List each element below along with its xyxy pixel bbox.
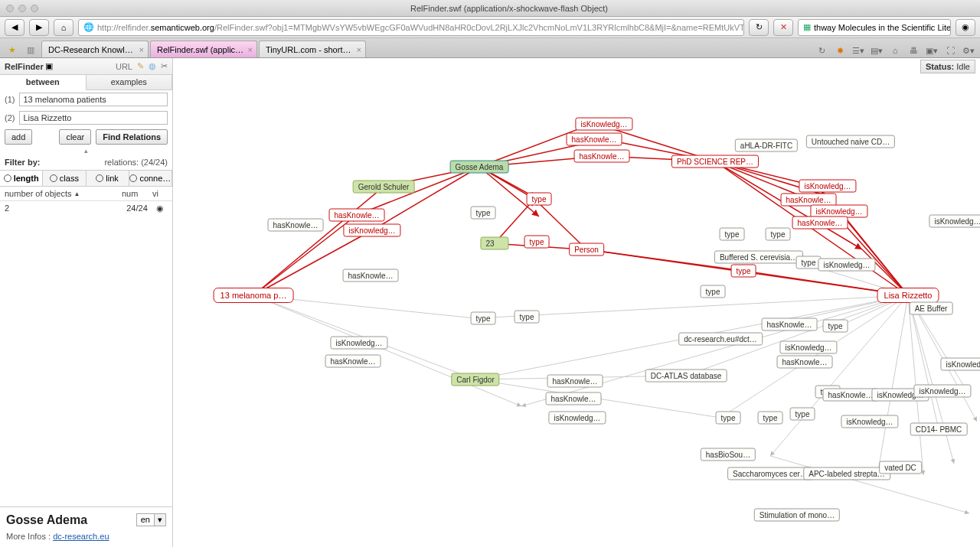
rel-isk-g[interactable]: isKnowledg…: [913, 385, 971, 398]
node-vatedDC[interactable]: vated DC: [879, 461, 922, 474]
rel-isk-g[interactable]: isKnowledg…: [818, 259, 875, 272]
rel-isk-g[interactable]: isKnowledg…: [779, 341, 837, 354]
rel-type-g[interactable]: type: [720, 228, 745, 241]
filter-tab-length[interactable]: length: [0, 171, 43, 186]
rel-type-g[interactable]: type: [766, 228, 791, 241]
rel-type-g[interactable]: type: [716, 412, 741, 425]
add-button[interactable]: add: [5, 129, 32, 145]
bookmark-menu-icon[interactable]: ★: [5, 42, 20, 57]
refresh-all-icon[interactable]: ↻: [815, 44, 828, 57]
query-input-2[interactable]: [19, 111, 168, 125]
language-selector[interactable]: en ▾: [136, 513, 166, 526]
rel-type[interactable]: type: [524, 236, 550, 249]
rel-hask[interactable]: hasKnowle…: [329, 209, 385, 222]
pencil-icon[interactable]: ✎: [137, 61, 144, 71]
rel-hask[interactable]: hasKnowle…: [792, 217, 848, 230]
node-person[interactable]: Person: [569, 243, 604, 256]
evernote-clip-button[interactable]: ◉: [956, 19, 975, 36]
rel-isk[interactable]: isKnowledg…: [575, 118, 632, 131]
close-icon[interactable]: ×: [357, 45, 361, 54]
node-endpoint-lisa[interactable]: Lisa Rizzetto: [877, 288, 939, 303]
rel-type-g[interactable]: type: [514, 311, 540, 324]
tab-examples[interactable]: examples: [87, 75, 173, 90]
rel-hask[interactable]: hasKnowle…: [567, 133, 622, 146]
rel-isk[interactable]: isKnowledg…: [799, 180, 856, 193]
minimize-window-icon[interactable]: [18, 5, 26, 12]
filter-tab-class[interactable]: class: [43, 171, 86, 186]
feed-icon[interactable]: ☰▾: [851, 44, 865, 57]
sidebar-toggle-icon[interactable]: ▥: [23, 42, 38, 57]
tab-dc-research[interactable]: DC-Research Knowl…×: [41, 41, 149, 57]
node-ahla[interactable]: aHLA-DR-FITC: [735, 139, 798, 152]
node-apc[interactable]: APC-labeled strepta…: [803, 467, 890, 480]
gear-icon[interactable]: ⚙▾: [962, 44, 975, 57]
rel-hask-g[interactable]: hasKnowle…: [762, 318, 818, 331]
rel-type[interactable]: type: [527, 193, 552, 206]
close-icon[interactable]: ×: [139, 45, 144, 54]
rel-hask-g[interactable]: hasKnowle…: [777, 356, 833, 369]
zoom-window-icon[interactable]: [31, 5, 38, 12]
rel-isk-g[interactable]: isKnowledg…: [548, 412, 606, 425]
home-button[interactable]: ⌂: [54, 19, 74, 36]
node-gerold[interactable]: Gerold Schuler: [353, 181, 415, 194]
find-relations-button[interactable]: Find Relations: [96, 129, 168, 145]
rel-type-g[interactable]: type: [701, 285, 726, 298]
chevron-down-icon[interactable]: ▾: [155, 513, 166, 526]
rel-type-g[interactable]: type: [823, 320, 848, 333]
tab-tinyurl[interactable]: TinyURL.com - short…×: [259, 41, 366, 57]
filter-tab-link[interactable]: link: [87, 171, 129, 186]
expander-handle[interactable]: ▴: [0, 147, 172, 155]
rel-type-g[interactable]: type: [790, 408, 815, 421]
node-untouched[interactable]: Untouched naive CD…: [806, 135, 895, 148]
back-button[interactable]: ◀: [5, 19, 24, 36]
close-window-icon[interactable]: [6, 5, 14, 12]
node-buffered[interactable]: Buffered S. cerevisia…: [714, 251, 803, 264]
node-carl[interactable]: Carl Figdor: [451, 373, 499, 386]
tab-relfinder[interactable]: RelFinder.swf (applic…×: [150, 41, 257, 57]
node-dcres[interactable]: dc-research.eu#dct…: [678, 333, 763, 346]
rel-type-g[interactable]: type: [471, 207, 496, 220]
filter-tab-conn[interactable]: conne…: [129, 171, 172, 186]
cell-visibility-icon[interactable]: ◉: [152, 203, 168, 213]
col-objects[interactable]: number of objects▲: [5, 189, 122, 198]
node-stim[interactable]: Stimulation of mono…: [754, 509, 840, 522]
table-row[interactable]: 2 24/24 ◉: [0, 201, 172, 216]
rel-type-g[interactable]: type: [758, 412, 783, 425]
wrench-icon[interactable]: ✂: [161, 61, 168, 71]
graph-canvas[interactable]: Status: Idle: [173, 58, 980, 547]
node-endpoint-melanoma[interactable]: 13 melanoma p…: [214, 288, 294, 303]
style-icon[interactable]: ▣▾: [925, 44, 939, 57]
rel-isk-g[interactable]: isKnowledg…: [330, 337, 387, 350]
rel-hask-g[interactable]: hasKnowle…: [546, 392, 602, 405]
globe-icon[interactable]: ◍: [149, 61, 156, 71]
rel-hask-g[interactable]: hasKnowle…: [547, 375, 603, 388]
url-bar[interactable]: 🌐 http://relfinder.semanticweb.org/RelFi…: [78, 19, 744, 36]
stop-button[interactable]: ✕: [773, 19, 793, 36]
forward-button[interactable]: ▶: [29, 19, 49, 36]
rel-hask-g[interactable]: hasKnowle…: [325, 355, 381, 368]
tab-between[interactable]: between: [0, 75, 87, 90]
reload-button[interactable]: ↻: [749, 19, 769, 36]
col-num[interactable]: num: [122, 189, 152, 198]
col-vi[interactable]: vi: [152, 189, 168, 198]
print-icon[interactable]: ▤▾: [870, 44, 884, 57]
node-dcatlas[interactable]: DC-ATLAS database: [645, 370, 727, 383]
node-23[interactable]: 23: [480, 237, 508, 250]
node-hasbio[interactable]: hasBioSou…: [701, 448, 756, 461]
node-phd[interactable]: PhD SCIENCE REP…: [671, 155, 759, 168]
clear-button[interactable]: clear: [59, 129, 91, 145]
node-cd14[interactable]: CD14- PBMC: [910, 423, 968, 436]
rel-isk-g[interactable]: isKnowledg…: [929, 215, 980, 228]
query-input-1[interactable]: [19, 93, 168, 106]
print2-icon[interactable]: 🖶: [906, 44, 920, 57]
rel-hask-g[interactable]: hasKnowle…: [823, 389, 879, 402]
rel-hask[interactable]: hasKnowle…: [574, 150, 630, 163]
rel-isk-g[interactable]: isKnowledg…: [841, 415, 898, 428]
more-link[interactable]: dc-research.eu: [53, 532, 109, 541]
rel-type[interactable]: type: [731, 265, 756, 278]
rel-type-g[interactable]: type: [471, 312, 496, 325]
rel-isk[interactable]: isKnowledg…: [343, 224, 400, 237]
home-alt-icon[interactable]: ⌂: [888, 44, 902, 57]
firebug-icon[interactable]: ✸: [833, 44, 847, 57]
window-controls[interactable]: [6, 5, 38, 12]
